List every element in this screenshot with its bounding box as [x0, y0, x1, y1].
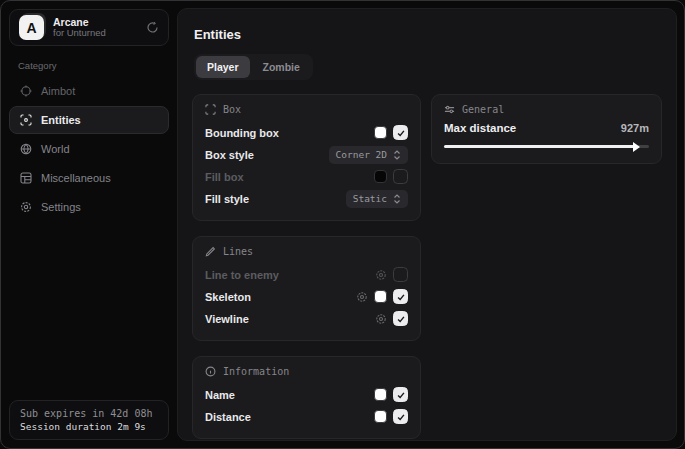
box-style-dropdown[interactable]: Corner 2D	[329, 146, 408, 164]
row-controls	[374, 387, 408, 402]
color-swatch[interactable]	[374, 126, 387, 139]
row-settings-gear-icon[interactable]	[375, 269, 387, 281]
row-controls	[374, 169, 408, 184]
row-settings-gear-icon[interactable]	[375, 313, 387, 325]
row-controls: Corner 2D	[329, 146, 408, 164]
sidebar-item-label: Miscellaneous	[41, 172, 111, 184]
app-meta: Arcane for Unturned	[53, 16, 137, 39]
row-controls	[356, 289, 408, 304]
row-controls	[374, 409, 408, 424]
information-card-header: Information	[205, 366, 408, 377]
checkbox-checked[interactable]	[393, 409, 408, 424]
page-title: Entities	[194, 27, 662, 42]
setting-label: Fill style	[205, 193, 346, 205]
dropdown-value: Static	[353, 193, 387, 204]
row-controls	[374, 125, 408, 140]
box-corners-icon	[205, 104, 216, 115]
chevron-up-down-icon	[393, 194, 401, 204]
checkbox-unchecked[interactable]	[393, 169, 408, 184]
general-card-title: General	[462, 104, 504, 115]
sidebar-item-label: Settings	[41, 201, 81, 213]
info-icon	[205, 366, 216, 377]
color-swatch[interactable]	[374, 388, 387, 401]
left-column: Box Bounding box Box style	[192, 94, 421, 439]
pencil-icon	[205, 246, 216, 257]
crosshair-icon	[20, 85, 32, 97]
setting-row-fill-style: Fill style Static	[205, 188, 408, 209]
entity-tabs: Player Zombie	[194, 54, 313, 80]
lines-card-title: Lines	[223, 246, 253, 257]
refresh-icon[interactable]	[146, 21, 159, 34]
max-distance-row: Max distance 927m	[444, 122, 649, 134]
sidebar-item-label: Aimbot	[41, 85, 75, 97]
setting-label: Distance	[205, 411, 374, 423]
row-settings-gear-icon[interactable]	[356, 291, 368, 303]
sidebar-item-miscellaneous[interactable]: Miscellaneous	[9, 164, 169, 192]
sidebar-item-entities[interactable]: Entities	[9, 106, 169, 134]
general-card-header: General	[444, 104, 649, 115]
slider-label: Max distance	[444, 122, 621, 134]
sidebar-item-aimbot[interactable]: Aimbot	[9, 77, 169, 105]
setting-label: Viewline	[205, 313, 375, 325]
avatar: A	[19, 15, 44, 40]
box-card-title: Box	[223, 104, 241, 115]
checkbox-checked[interactable]	[393, 125, 408, 140]
setting-label: Box style	[205, 149, 329, 161]
color-swatch[interactable]	[374, 170, 387, 183]
setting-row-fill-box: Fill box	[205, 166, 408, 187]
setting-row-viewline: Viewline	[205, 308, 408, 329]
row-controls	[375, 311, 408, 326]
checkbox-checked[interactable]	[393, 311, 408, 326]
settings-columns: Box Bounding box Box style	[192, 94, 662, 439]
general-card: General Max distance 927m	[431, 94, 662, 164]
setting-label: Line to enemy	[205, 269, 375, 281]
setting-row-bounding-box: Bounding box	[205, 122, 408, 143]
setting-row-name: Name	[205, 384, 408, 405]
slider-value: 927m	[621, 122, 649, 134]
lines-card-header: Lines	[205, 246, 408, 257]
information-card: Information Name Distance	[192, 356, 421, 439]
sidebar-item-label: Entities	[41, 114, 81, 126]
sidebar-item-label: World	[41, 143, 70, 155]
setting-row-distance: Distance	[205, 406, 408, 427]
app-subtitle: for Unturned	[53, 28, 137, 39]
right-column: General Max distance 927m	[431, 94, 662, 164]
tab-player[interactable]: Player	[196, 56, 250, 78]
setting-label: Fill box	[205, 171, 374, 183]
setting-label: Bounding box	[205, 127, 374, 139]
scan-icon	[20, 114, 32, 126]
sidebar-nav: Aimbot Entities World	[9, 77, 169, 221]
slider-fill	[444, 145, 635, 148]
row-controls: Static	[346, 190, 408, 208]
checkbox-checked[interactable]	[393, 387, 408, 402]
max-distance-slider[interactable]	[444, 140, 649, 152]
sub-expiry-text: Sub expires in 42d 08h	[20, 408, 158, 419]
checkbox-checked[interactable]	[393, 289, 408, 304]
slider-thumb[interactable]	[633, 142, 640, 152]
sliders-icon	[444, 104, 455, 115]
color-swatch[interactable]	[374, 290, 387, 303]
chevron-up-down-icon	[393, 150, 401, 160]
app-header-card: A Arcane for Unturned	[9, 9, 169, 46]
globe-icon	[20, 143, 32, 155]
sidebar-item-settings[interactable]: Settings	[9, 193, 169, 221]
setting-row-line-to-enemy: Line to enemy	[205, 264, 408, 285]
box-card: Box Bounding box Box style	[192, 94, 421, 221]
tab-zombie[interactable]: Zombie	[252, 56, 311, 78]
dropdown-value: Corner 2D	[336, 149, 387, 160]
main-panel: Entities Player Zombie Box	[177, 8, 677, 441]
information-card-title: Information	[223, 366, 289, 377]
category-label: Category	[18, 60, 169, 71]
checkbox-unchecked[interactable]	[393, 267, 408, 282]
row-controls	[375, 267, 408, 282]
color-swatch[interactable]	[374, 410, 387, 423]
sidebar: A Arcane for Unturned Category Aimbot	[1, 1, 177, 448]
gear-icon	[20, 201, 32, 213]
subscription-info-card: Sub expires in 42d 08h Session duration …	[9, 400, 169, 440]
setting-row-box-style: Box style Corner 2D	[205, 144, 408, 165]
session-duration-text: Session duration 2m 9s	[20, 421, 158, 432]
box-card-header: Box	[205, 104, 408, 115]
setting-label: Skeleton	[205, 291, 356, 303]
sidebar-item-world[interactable]: World	[9, 135, 169, 163]
fill-style-dropdown[interactable]: Static	[346, 190, 408, 208]
